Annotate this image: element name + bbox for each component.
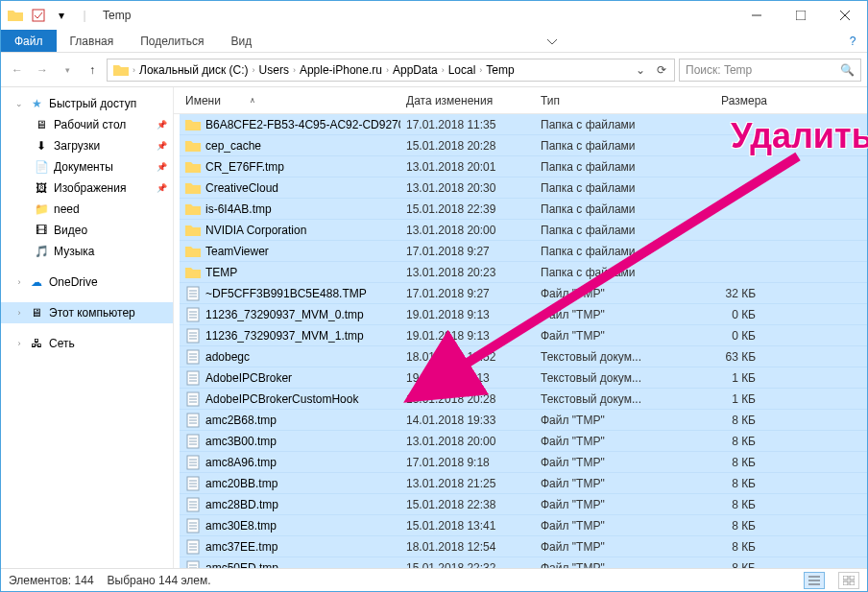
file-size: 0 КБ (679, 308, 773, 321)
file-size: 8 КБ (679, 561, 773, 569)
file-row[interactable]: TeamViewer17.01.2018 9:27Папка с файлами (180, 241, 867, 262)
file-date: 15.01.2018 22:38 (400, 498, 535, 511)
nav-item-label: Музыка (54, 245, 94, 258)
view-icons-button[interactable] (838, 572, 859, 589)
search-input[interactable]: Поиск: Temp 🔍 (679, 59, 861, 82)
nav-quick-item[interactable]: 📄Документы📌 (1, 156, 173, 178)
nav-quick-item[interactable]: ⬇Загрузки📌 (1, 135, 173, 156)
navigation-bar: ← → ▾ ↑ › Локальный диск (C:)› Users› Ap… (1, 53, 867, 87)
file-type: Файл "TMP" (535, 287, 679, 300)
file-name: cep_cache (205, 139, 261, 153)
forward-button[interactable]: → (32, 59, 53, 81)
file-row[interactable]: amc37EE.tmp18.01.2018 12:54Файл "TMP"8 К… (180, 536, 867, 557)
file-date: 17.01.2018 9:27 (400, 245, 535, 258)
tab-file[interactable]: Файл (1, 30, 57, 52)
breadcrumb-segment[interactable]: Локальный диск (C:) (135, 63, 253, 77)
nav-quick-item[interactable]: 🖼Изображения📌 (1, 178, 173, 199)
address-bar[interactable]: › Локальный диск (C:)› Users› Apple-iPho… (107, 59, 675, 82)
qat-properties[interactable] (28, 5, 49, 26)
file-row[interactable]: amc28BD.tmp15.01.2018 22:38Файл "TMP"8 К… (180, 494, 867, 515)
file-row[interactable]: ~DF5CFF3B991BC5E488.TMP17.01.2018 9:27Фа… (180, 283, 867, 304)
nav-quick-item[interactable]: 📁need (1, 199, 173, 220)
breadcrumb-segment[interactable]: Users (255, 63, 293, 77)
file-date: 19.01.2018 9:13 (400, 329, 535, 343)
file-name: TeamViewer (205, 245, 269, 258)
breadcrumb-segment[interactable]: Local (445, 63, 480, 77)
tab-home[interactable]: Главная (57, 30, 128, 52)
maximize-button[interactable] (779, 1, 823, 30)
minimize-button[interactable] (735, 1, 779, 30)
ribbon-tabs: Файл Главная Поделиться Вид ? (1, 30, 867, 53)
doc-icon (185, 349, 201, 365)
file-name: ~DF5CFF3B991BC5E488.TMP (205, 287, 367, 300)
file-row[interactable]: B6A8CFE2-FB53-4C95-AC92-CD92701C2...17.0… (180, 114, 867, 135)
file-row[interactable]: amc3B00.tmp13.01.2018 20:00Файл "TMP"8 К… (180, 431, 867, 452)
file-row[interactable]: amc30E8.tmp15.01.2018 13:41Файл "TMP"8 К… (180, 515, 867, 536)
file-row[interactable]: cep_cache15.01.2018 20:28Папка с файлами (180, 135, 867, 156)
recent-dropdown[interactable]: ▾ (57, 59, 78, 81)
qat-dropdown[interactable]: ▾ (51, 5, 72, 26)
nav-quick-access[interactable]: ⌄★Быстрый доступ (1, 93, 173, 114)
file-row[interactable]: is-6I4AB.tmp15.01.2018 22:39Папка с файл… (180, 199, 867, 220)
file-row[interactable]: amc8A96.tmp17.01.2018 9:18Файл "TMP"8 КБ (180, 452, 867, 473)
close-button[interactable] (823, 1, 867, 30)
folder-icon (185, 265, 201, 280)
svg-rect-0 (33, 10, 44, 21)
file-date: 13.01.2018 20:28 (400, 392, 535, 406)
file-row[interactable]: AdobeIPCBrokerCustomHook13.01.2018 20:28… (180, 389, 867, 410)
nav-network[interactable]: ›🖧Сеть (1, 333, 173, 354)
file-row[interactable]: AdobeIPCBroker19.01.2018 9:13Текстовый д… (180, 367, 867, 389)
file-type: Папка с файлами (535, 224, 679, 237)
search-icon: 🔍 (840, 63, 855, 77)
downloads-icon: ⬇ (34, 138, 49, 154)
file-row[interactable]: adobegc18.01.2018 18:52Текстовый докум..… (180, 346, 867, 367)
file-date: 17.01.2018 9:18 (400, 456, 535, 469)
nav-item-label: Документы (54, 160, 113, 174)
file-name: adobegc (205, 350, 250, 364)
file-row[interactable]: CR_E76FF.tmp13.01.2018 20:01Папка с файл… (180, 156, 867, 178)
file-name: is-6I4AB.tmp (205, 202, 272, 216)
video-icon: 🎞 (34, 223, 49, 238)
breadcrumb-segment[interactable]: AppData (389, 63, 442, 77)
nav-this-pc[interactable]: ›🖥Этот компьютер (1, 302, 173, 323)
file-list[interactable]: B6A8CFE2-FB53-4C95-AC92-CD92701C2...17.0… (174, 114, 867, 568)
file-type: Файл "TMP" (535, 435, 679, 448)
view-details-button[interactable] (804, 572, 825, 589)
up-button[interactable]: ↑ (82, 59, 103, 81)
pin-icon: 📌 (157, 162, 167, 172)
doc-icon (185, 497, 201, 512)
file-date: 19.01.2018 9:13 (400, 371, 535, 385)
file-row[interactable]: CreativeCloud13.01.2018 20:30Папка с фай… (180, 178, 867, 199)
file-type: Файл "TMP" (535, 519, 679, 533)
column-size[interactable]: Размера (679, 94, 773, 107)
address-dropdown[interactable]: ⌄ (630, 59, 651, 81)
file-row[interactable]: amc50ED.tmp15.01.2018 22:32Файл "TMP"8 К… (180, 557, 867, 568)
doc-icon (185, 413, 201, 428)
ribbon-expand-button[interactable] (538, 30, 567, 52)
tab-view[interactable]: Вид (217, 30, 265, 52)
nav-quick-item[interactable]: 🎵Музыка (1, 241, 173, 262)
file-row[interactable]: TEMP13.01.2018 20:23Папка с файлами (180, 262, 867, 283)
file-type: Файл "TMP" (535, 540, 679, 554)
column-name[interactable]: Имени∧ (180, 94, 400, 107)
tab-share[interactable]: Поделиться (127, 30, 217, 52)
file-row[interactable]: 11236_73290937_MVM_0.tmp19.01.2018 9:13Ф… (180, 304, 867, 325)
monitor-icon: 🖥 (29, 305, 44, 320)
refresh-button[interactable]: ⟳ (651, 59, 672, 81)
column-type[interactable]: Тип (535, 94, 679, 107)
back-button[interactable]: ← (7, 59, 28, 81)
documents-icon: 📄 (34, 159, 49, 175)
svg-rect-2 (796, 11, 806, 20)
file-row[interactable]: NVIDIA Corporation13.01.2018 20:00Папка … (180, 220, 867, 241)
file-row[interactable]: amc2B68.tmp14.01.2018 19:33Файл "TMP"8 К… (180, 410, 867, 431)
column-date[interactable]: Дата изменения (400, 94, 535, 107)
file-row[interactable]: 11236_73290937_MVM_1.tmp19.01.2018 9:13Ф… (180, 325, 867, 346)
ribbon-help-button[interactable]: ? (838, 30, 867, 52)
nav-quick-item[interactable]: 🖥Рабочий стол📌 (1, 114, 173, 135)
breadcrumb-segment[interactable]: Apple-iPhone.ru (296, 63, 386, 77)
nav-onedrive[interactable]: ›☁OneDrive (1, 272, 173, 293)
breadcrumb-segment[interactable]: Temp (482, 63, 518, 77)
file-row[interactable]: amc20BB.tmp13.01.2018 21:25Файл "TMP"8 К… (180, 473, 867, 494)
nav-quick-item[interactable]: 🎞Видео (1, 220, 173, 241)
file-name: amc3B00.tmp (205, 435, 277, 448)
